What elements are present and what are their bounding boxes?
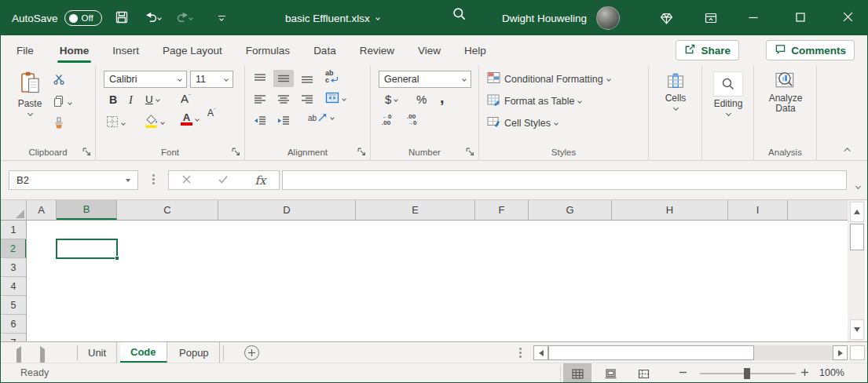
copy-button[interactable]: [53, 95, 71, 110]
column-header-f[interactable]: F: [475, 200, 529, 220]
cells-button[interactable]: Cells: [658, 73, 693, 110]
underline-dropdown-icon[interactable]: [156, 97, 160, 102]
cut-button[interactable]: [53, 73, 65, 88]
vertical-scrollbar[interactable]: [848, 200, 865, 341]
column-header-d[interactable]: D: [218, 200, 356, 220]
comments-button[interactable]: Comments: [766, 40, 855, 60]
align-top-button[interactable]: [250, 70, 270, 87]
title-dropdown-icon[interactable]: [375, 16, 380, 20]
alignment-dialog-launcher[interactable]: [357, 148, 366, 156]
tab-bar-gripper[interactable]: [519, 348, 522, 358]
copy-dropdown-icon[interactable]: [68, 100, 72, 105]
editing-dropdown-icon[interactable]: [725, 111, 731, 116]
orientation-dropdown-icon[interactable]: [330, 115, 335, 120]
account-button[interactable]: Dwight Houweling: [502, 1, 587, 35]
cancel-button[interactable]: [181, 173, 192, 188]
row-header-5[interactable]: 5: [1, 296, 26, 315]
fill-handle[interactable]: [115, 256, 119, 261]
format-painter-button[interactable]: [53, 117, 65, 132]
font-name-combo[interactable]: Calibri: [104, 71, 187, 88]
vertical-scrollbar-thumb[interactable]: [850, 224, 864, 250]
analyze-data-button[interactable]: Analyze Data: [762, 70, 809, 114]
premium-gem-button[interactable]: [659, 11, 674, 28]
new-sheet-button[interactable]: [244, 345, 259, 360]
number-dialog-launcher[interactable]: [466, 148, 474, 156]
zoom-in-button[interactable]: [800, 368, 809, 379]
autosave-toggle[interactable]: AutoSave Off: [12, 10, 102, 26]
tab-view[interactable]: View: [406, 35, 452, 65]
increase-decimal-button[interactable]: ←0 .00: [382, 114, 391, 126]
row-header-2-selected[interactable]: 2: [1, 239, 27, 258]
sheet-tab-code-active[interactable]: Code: [120, 342, 167, 363]
tab-page-layout[interactable]: Page Layout: [151, 35, 234, 65]
fill-color-button[interactable]: [145, 114, 164, 131]
column-header-g[interactable]: G: [529, 200, 612, 220]
align-middle-button[interactable]: [273, 70, 294, 87]
borders-dropdown-icon[interactable]: [121, 121, 126, 126]
column-header-e[interactable]: E: [356, 200, 475, 220]
orientation-button[interactable]: ab: [308, 112, 334, 122]
tab-data[interactable]: Data: [302, 35, 348, 65]
font-color-button[interactable]: A: [181, 114, 199, 126]
number-format-combo[interactable]: General: [379, 71, 471, 88]
document-title[interactable]: basic Effluent.xlsx: [285, 13, 370, 24]
clipboard-dialog-launcher[interactable]: [82, 148, 91, 156]
page-break-preview-button[interactable]: [629, 363, 657, 383]
row-header-3[interactable]: 3: [1, 258, 26, 277]
scroll-down-button[interactable]: [850, 319, 864, 340]
fill-color-dropdown-icon[interactable]: [160, 120, 165, 125]
save-button[interactable]: [110, 6, 134, 30]
sheet-tab-popup[interactable]: Popup: [169, 342, 220, 363]
accounting-format-button[interactable]: $: [385, 93, 397, 106]
collapse-ribbon-button[interactable]: [842, 144, 855, 155]
conditional-formatting-button[interactable]: Conditional Formatting: [487, 71, 610, 86]
row-header-6[interactable]: 6: [1, 315, 26, 334]
horizontal-scrollbar-thumb[interactable]: [548, 345, 754, 360]
editing-button[interactable]: Editing: [711, 71, 745, 115]
tab-formulas[interactable]: Formulas: [234, 35, 302, 65]
select-all-button[interactable]: [1, 200, 27, 220]
tab-help[interactable]: Help: [452, 35, 498, 65]
merge-center-dropdown-icon[interactable]: [342, 97, 346, 101]
font-size-combo[interactable]: 11: [190, 71, 233, 88]
scroll-up-button[interactable]: [850, 202, 864, 222]
wrap-text-button[interactable]: ab c: [325, 70, 339, 84]
decrease-decimal-button[interactable]: .00 →0: [407, 114, 416, 126]
tab-home[interactable]: Home: [48, 35, 101, 65]
italic-button[interactable]: I: [129, 93, 133, 107]
tab-file[interactable]: File: [2, 35, 48, 65]
user-avatar[interactable]: [596, 6, 620, 30]
cells-dropdown-icon[interactable]: [672, 105, 678, 111]
document-title-area[interactable]: basic Effluent.xlsx: [285, 1, 379, 35]
column-header-partial[interactable]: [788, 200, 848, 220]
merge-center-button[interactable]: [325, 92, 346, 106]
decrease-indent-button[interactable]: [250, 112, 270, 129]
tab-review[interactable]: Review: [348, 35, 406, 65]
name-box[interactable]: B2: [9, 170, 138, 190]
sheet-tab-unit[interactable]: Unit: [78, 342, 117, 363]
accounting-dropdown-icon[interactable]: [394, 97, 399, 102]
insert-function-button[interactable]: fx: [255, 173, 266, 188]
cell-styles-dropdown-icon[interactable]: [554, 121, 559, 126]
page-layout-view-button[interactable]: [596, 363, 624, 383]
column-header-a[interactable]: A: [27, 200, 57, 220]
sheet-nav-previous-button[interactable]: [16, 349, 21, 363]
font-dialog-launcher[interactable]: [232, 148, 240, 156]
customize-quick-access-toolbar-button[interactable]: [218, 16, 225, 21]
row-header-1[interactable]: 1: [1, 221, 26, 239]
row-header-4[interactable]: 4: [1, 277, 26, 296]
number-format-dropdown-icon[interactable]: [462, 77, 467, 82]
formula-bar-gripper[interactable]: [152, 174, 155, 184]
cell-styles-button[interactable]: Cell Styles: [487, 115, 558, 130]
sheet-nav-next-button[interactable]: [40, 349, 45, 363]
close-button[interactable]: [827, 1, 868, 35]
search-button[interactable]: [452, 6, 467, 24]
ribbon-display-options-button[interactable]: [704, 11, 718, 27]
format-as-table-dropdown-icon[interactable]: [578, 99, 583, 104]
column-header-h[interactable]: H: [612, 200, 728, 220]
expand-formula-bar-button[interactable]: [856, 177, 860, 192]
undo-dropdown-icon[interactable]: [157, 16, 162, 20]
scroll-left-button[interactable]: [533, 345, 548, 360]
tab-insert[interactable]: Insert: [101, 35, 151, 65]
bold-button[interactable]: B: [109, 93, 117, 106]
